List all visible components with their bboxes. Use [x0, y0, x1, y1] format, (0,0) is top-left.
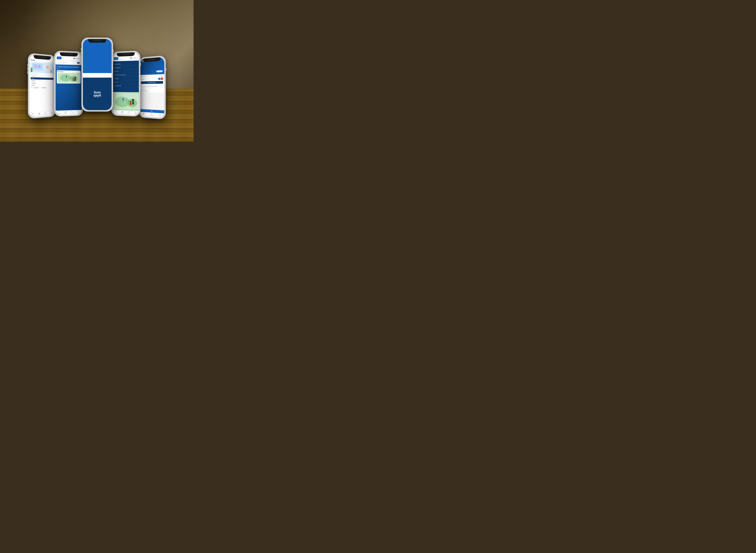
- hamburger-line-3: [73, 59, 75, 59]
- nav-search-2[interactable]: Search for services: [69, 111, 75, 114]
- svg-line-56: [152, 114, 152, 115]
- filter-opening[interactable]: Opening: [30, 80, 53, 82]
- nav-maps[interactable]: Ma...: [49, 112, 55, 115]
- search-screen-content: sumkart Sumkart AZ Search about Sumgait: [56, 52, 82, 115]
- filter-type-label: Type of the event: [30, 73, 53, 75]
- dates-row: Dates 08.08.2020 — 28.08.2020: [30, 87, 53, 88]
- card-type-dropdown[interactable]: ▼: [161, 75, 163, 77]
- svg-rect-24: [74, 79, 76, 81]
- nav-ss-4[interactable]: Search for services: [125, 111, 132, 114]
- svg-rect-10: [38, 113, 40, 114]
- filter-official[interactable]: Official: [30, 84, 53, 86]
- svg-rect-38: [132, 101, 134, 104]
- card-web2-row: 🌐 cktofuture.gov.az: [141, 90, 163, 92]
- svg-rect-26: [73, 79, 74, 81]
- nav-label-ss-2: Search for services: [70, 113, 75, 114]
- nav-search-services[interactable]: Search for services: [43, 112, 49, 115]
- menu-hamburger[interactable]: [130, 57, 132, 59]
- filter-sport[interactable]: Sport: [30, 77, 53, 80]
- search-bar[interactable]: Search about Sumgait 🔍: [57, 61, 80, 64]
- date-to[interactable]: 28.08.2020: [41, 87, 46, 88]
- nav-sightseeings[interactable]: Sightseeings: [36, 112, 43, 116]
- filter-challenge[interactable]: Challenge: [30, 82, 53, 84]
- menu-emergences[interactable]: Emergences: [113, 66, 139, 70]
- hero-text: Sumkart is already on your smartphone: [57, 66, 80, 68]
- phone2-bottom-nav: Services near to me Sightseeings: [56, 110, 82, 115]
- svg-point-6: [31, 67, 32, 69]
- mute-button: [27, 71, 28, 74]
- mh-line-1: [130, 57, 132, 58]
- card-quantity-control: 2 + −: [156, 78, 163, 80]
- phones-display: Events ♪: [14, 10, 180, 131]
- phone-search: sumkart Sumkart AZ Search about Sumgait: [54, 51, 83, 116]
- menu-services[interactable]: Services: [113, 69, 139, 73]
- menu-search-document[interactable]: Search for a document: [113, 73, 139, 77]
- card-screen-content: mkart to future e online: [140, 57, 164, 118]
- svg-rect-7: [51, 70, 52, 73]
- language-label: AZ: [79, 58, 80, 59]
- nav-label-search: Search for services: [43, 114, 48, 115]
- card-qty-label: d the card: [141, 78, 156, 80]
- nav-sightseeings-2[interactable]: Sightseeings: [62, 111, 69, 114]
- nav-m-5[interactable]: Maps: [156, 113, 164, 117]
- events-screen-content: Events ♪: [29, 55, 55, 117]
- speaker-3: [93, 40, 101, 41]
- hamburger-line-2: [73, 58, 75, 59]
- svg-rect-3: [38, 66, 40, 67]
- card-type-row: e online card ▼: [141, 75, 163, 78]
- sumqayit-title: Sum qayIt: [93, 91, 101, 97]
- svg-point-55: [151, 113, 152, 114]
- menu-events[interactable]: Events: [113, 80, 139, 84]
- qty-decrease-btn[interactable]: −: [161, 78, 163, 80]
- speaker-5: [148, 59, 155, 60]
- nav-label-services-near: Services near to me: [30, 115, 35, 116]
- filter-concert[interactable]: Concert: [30, 75, 53, 78]
- nav-lbl-ss-4: Search for services: [126, 113, 132, 114]
- power-button-4: [140, 63, 141, 66]
- date-from[interactable]: 08.08.2020: [33, 87, 39, 88]
- phone-events: Events ♪: [28, 53, 56, 119]
- nav-services-near[interactable]: Services near to me: [29, 113, 36, 116]
- card-hero-subtitle: to future: [141, 62, 144, 63]
- hamburger-menu[interactable]: [73, 58, 75, 59]
- card-phone: 555 91 31: [142, 87, 146, 88]
- get-online-card-button[interactable]: Get online card: [141, 81, 163, 84]
- vol-up-2: [54, 61, 54, 64]
- svg-rect-48: [156, 71, 157, 72]
- vol-up-3: [81, 48, 81, 50]
- header-right: Sumkart AZ: [73, 58, 81, 59]
- address-icon: 📍: [141, 86, 142, 87]
- nav-ss-5[interactable]: Search for services: [148, 113, 156, 116]
- svg-point-28: [65, 112, 66, 112]
- nav-lbl-ss-5: Search for services: [149, 115, 154, 116]
- mh-line-2: [130, 58, 132, 58]
- vol-down-2: [54, 64, 54, 67]
- volume-up-button: [27, 64, 28, 66]
- nav-lbl-sg-5: Sightseeings: [142, 115, 145, 115]
- card-phone-row: 📞 555 91 31: [141, 87, 163, 89]
- svg-rect-40: [130, 102, 131, 105]
- nav-maps-2[interactable]: Maps: [75, 111, 82, 113]
- menu-entertainment[interactable]: Entertainment: [113, 84, 139, 88]
- card-address-row: 📍 n avenue 9, Sumgait city, the of Azerb…: [141, 86, 163, 87]
- card-cta-text: Sum: [151, 110, 153, 112]
- nav-label-maps: Ma...: [51, 114, 52, 114]
- nav-sn-4[interactable]: Services near to me: [113, 111, 119, 113]
- nav-m-4[interactable]: Maps: [132, 111, 139, 114]
- svg-line-30: [72, 112, 73, 112]
- hamburger-line-1: [73, 58, 75, 58]
- search-button[interactable]: 🔍: [77, 62, 79, 64]
- qty-increase-btn[interactable]: +: [158, 78, 160, 80]
- how-to-go-title: How to go?: [58, 71, 80, 73]
- splash-white-divider: [83, 73, 111, 78]
- phone-screen-splash: Sum qayIt: [83, 39, 111, 110]
- card-type-label: e online card: [141, 76, 161, 77]
- splash-screen-content: Sum qayIt: [83, 39, 111, 110]
- nav-services-near-2[interactable]: Services near to me: [56, 111, 62, 114]
- nav-sg-5[interactable]: Sightseeings: [140, 112, 148, 116]
- menu-sumkart[interactable]: Sumkart: [113, 77, 139, 80]
- speaker-4: [122, 54, 129, 55]
- menu-header-right: Sumkart AZ: [130, 57, 138, 59]
- volume-down-button: [27, 67, 28, 70]
- nav-sg-4[interactable]: Sightseeings: [119, 111, 125, 114]
